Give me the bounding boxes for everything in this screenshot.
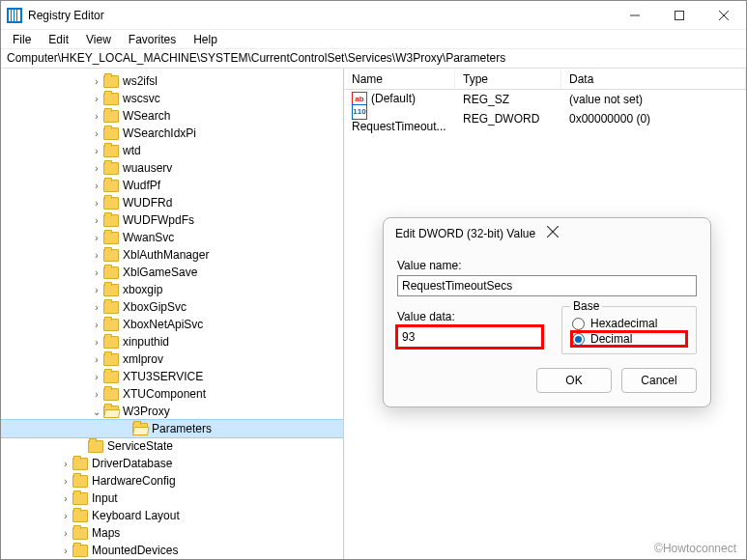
list-row[interactable]: 110RequestTimeout...REG_DWORD0x00000000 … [344, 109, 746, 128]
tree-node[interactable]: ›XblGameSave [1, 264, 343, 281]
folder-icon [72, 510, 88, 522]
tree-node[interactable]: ›WwanSvc [1, 229, 343, 246]
chevron-right-icon[interactable]: › [90, 146, 103, 156]
tree-label: XblGameSave [123, 266, 197, 279]
close-button[interactable] [702, 1, 746, 29]
cancel-button[interactable]: Cancel [621, 368, 697, 393]
folder-icon [103, 232, 119, 244]
menu-favorites[interactable]: Favorites [121, 31, 184, 48]
chevron-right-icon[interactable]: › [90, 198, 103, 209]
ok-button[interactable]: OK [536, 368, 612, 393]
minimize-button[interactable] [613, 1, 657, 29]
tree-node[interactable]: ›DriverDatabase [1, 455, 343, 472]
chevron-right-icon[interactable]: › [59, 493, 72, 504]
tree-node[interactable]: ServiceState [1, 437, 343, 455]
menu-file[interactable]: File [5, 31, 39, 48]
maximize-button[interactable] [657, 1, 702, 29]
chevron-right-icon[interactable]: › [90, 215, 103, 226]
tree-node[interactable]: ›xboxgip [1, 281, 343, 298]
tree-label: xmlprov [123, 352, 163, 366]
menu-edit[interactable]: Edit [41, 31, 76, 48]
chevron-right-icon[interactable]: › [90, 128, 103, 139]
tree-label: wuauserv [123, 161, 172, 175]
folder-icon [72, 475, 88, 488]
col-header-name[interactable]: Name [344, 70, 455, 89]
tree-node[interactable]: ›Input [1, 490, 343, 507]
chevron-right-icon[interactable]: › [59, 476, 72, 487]
chevron-right-icon[interactable]: › [90, 285, 103, 295]
chevron-right-icon[interactable]: › [90, 163, 103, 174]
radio-decimal[interactable]: Decimal [572, 332, 686, 346]
tree-label: Maps [92, 526, 120, 540]
folder-icon [103, 75, 119, 88]
chevron-right-icon[interactable]: › [90, 267, 103, 278]
chevron-right-icon[interactable]: › [90, 94, 103, 104]
menu-view[interactable]: View [78, 31, 119, 48]
tree-node[interactable]: ›wuauserv [1, 159, 343, 177]
address-bar[interactable]: Computer\HKEY_LOCAL_MACHINE\SYSTEM\Curre… [1, 49, 746, 69]
folder-icon [103, 388, 119, 401]
tree-node[interactable]: ›MountedDevices [1, 542, 343, 559]
chevron-right-icon[interactable]: › [90, 250, 103, 261]
tree-node[interactable]: ›WSearchIdxPi [1, 125, 343, 142]
folder-icon [103, 127, 119, 140]
value-data-input[interactable] [397, 326, 542, 348]
tree-node[interactable]: ›xinputhid [1, 333, 343, 350]
tree-node[interactable]: ›xmlprov [1, 350, 343, 368]
chevron-right-icon[interactable]: › [90, 320, 103, 330]
chevron-right-icon[interactable]: › [90, 372, 103, 382]
chevron-right-icon[interactable]: › [90, 111, 103, 122]
chevron-right-icon[interactable]: › [90, 181, 103, 191]
tree-pane[interactable]: ›ws2ifsl›wscsvc›WSearch›WSearchIdxPi›wtd… [1, 69, 344, 559]
tree-label: XboxNetApiSvc [123, 318, 203, 331]
chevron-right-icon[interactable]: › [90, 76, 103, 87]
col-header-type[interactable]: Type [455, 70, 561, 89]
tree-node[interactable]: ›WUDFRd [1, 194, 343, 211]
tree-node[interactable]: ›WudfPf [1, 177, 343, 194]
chevron-right-icon[interactable]: › [59, 459, 72, 469]
svg-rect-1 [675, 11, 684, 19]
tree-node[interactable]: ›XTU3SERVICE [1, 368, 343, 385]
tree-node[interactable]: ›XblAuthManager [1, 246, 343, 264]
tree-node[interactable]: ›wtd [1, 142, 343, 159]
folder-icon [132, 423, 148, 435]
watermark: ©Howtoconnect [654, 542, 736, 555]
tree-label: wtd [123, 144, 141, 157]
chevron-right-icon[interactable]: › [59, 528, 72, 539]
tree-node[interactable]: ›WSearch [1, 107, 343, 125]
titlebar: Registry Editor [1, 1, 746, 30]
tree-node[interactable]: ›XboxGipSvc [1, 298, 343, 316]
tree-label: XTUComponent [123, 387, 206, 401]
chevron-right-icon[interactable]: › [90, 302, 103, 313]
folder-icon [103, 197, 119, 210]
tree-node[interactable]: ›XboxNetApiSvc [1, 316, 343, 333]
tree-node[interactable]: ⌄W3Proxy [1, 403, 343, 420]
folder-icon [72, 458, 88, 470]
chevron-right-icon[interactable]: › [59, 546, 72, 556]
menu-help[interactable]: Help [186, 31, 225, 48]
tree-node[interactable]: ›wscsvc [1, 90, 343, 107]
tree-node[interactable]: ›ws2ifsl [1, 72, 343, 90]
tree-node[interactable]: ›XTUComponent [1, 385, 343, 403]
tree-node[interactable]: ›WUDFWpdFs [1, 211, 343, 229]
chevron-right-icon[interactable]: › [90, 389, 103, 400]
folder-icon [103, 406, 119, 418]
dialog-close-button[interactable] [547, 226, 699, 241]
tree-label: ServiceState [107, 439, 173, 453]
chevron-right-icon[interactable]: › [90, 337, 103, 348]
tree-node[interactable]: ›HardwareConfig [1, 472, 343, 490]
chevron-right-icon[interactable]: › [59, 511, 72, 521]
value-data: 0x00000000 (0) [561, 110, 746, 127]
tree-node[interactable]: ›Keyboard Layout [1, 507, 343, 524]
chevron-right-icon[interactable]: › [90, 233, 103, 243]
col-header-data[interactable]: Data [561, 70, 746, 89]
tree-label: xboxgip [123, 283, 162, 296]
chevron-down-icon[interactable]: ⌄ [90, 406, 103, 417]
radio-hexadecimal[interactable]: Hexadecimal [572, 317, 686, 330]
folder-icon [103, 371, 119, 383]
folder-icon [103, 162, 119, 175]
chevron-right-icon[interactable]: › [90, 354, 103, 365]
tree-node[interactable]: Parameters [1, 420, 343, 437]
tree-node[interactable]: ›Maps [1, 524, 343, 542]
value-name-input[interactable] [397, 275, 697, 296]
